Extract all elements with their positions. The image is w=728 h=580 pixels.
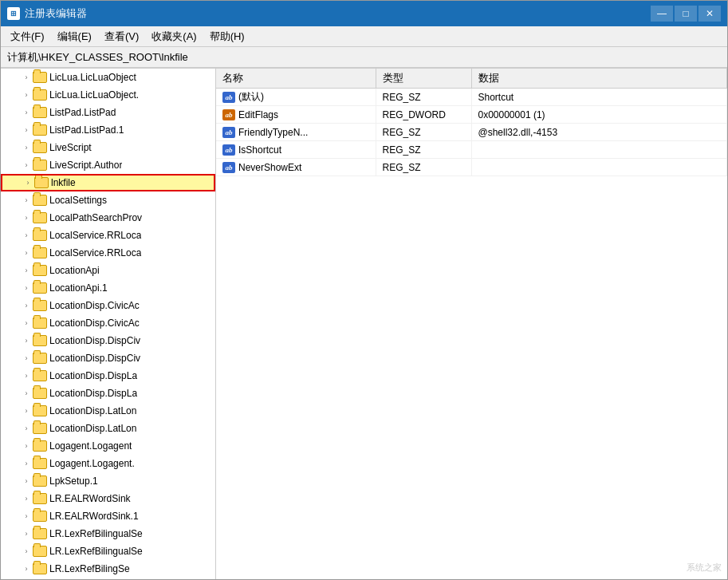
expand-icon-locationdisp-displa2[interactable]: › <box>20 387 33 400</box>
menu-item-favorites[interactable]: 收藏夹(A) <box>145 28 203 45</box>
expand-icon-locationdisp-civic1[interactable]: › <box>20 299 33 312</box>
tree-item-logagent1[interactable]: ›Logagent.Logagent. <box>1 455 215 472</box>
registry-row-friendlytype[interactable]: abFriendlyTypeN...REG_SZ@shell32.dll,-41… <box>216 124 727 141</box>
tree-item-locationdisp-civic2[interactable]: ›LocationDisp.CivicAc <box>1 314 215 332</box>
folder-icon-lr-lexref2 <box>33 546 47 557</box>
main-content: ›LicLua.LicLuaObject›LicLua.LicLuaObject… <box>1 68 727 579</box>
registry-row-default[interactable]: ab(默认)REG_SZShortcut <box>216 89 727 106</box>
expand-icon-logagent[interactable]: › <box>20 440 33 452</box>
tree-item-locationapi[interactable]: ›LocationApi <box>1 262 215 279</box>
expand-icon-liclua-obj2[interactable]: › <box>20 89 33 101</box>
reg-data-nevershowext <box>471 159 727 176</box>
maximize-button[interactable]: □ <box>675 6 697 22</box>
tree-item-lr-lexref1[interactable]: ›LR.LexRefBilingualSe <box>1 525 215 543</box>
reg-data-editflags: 0x00000001 (1) <box>471 106 727 124</box>
tree-item-localservice-rr2[interactable]: ›LocalService.RRLoca <box>1 244 215 262</box>
expand-icon-listpad1[interactable]: › <box>20 124 33 136</box>
tree-item-lr-ealr1[interactable]: ›LR.EALRWordSink.1 <box>1 507 215 525</box>
reg-type-icon-friendlytype: ab <box>222 127 235 138</box>
tree-item-locationdisp-latlon2[interactable]: ›LocationDisp.LatLon <box>1 420 215 437</box>
expand-icon-listpad[interactable]: › <box>20 106 33 119</box>
tree-label-localpathsearch: LocalPathSearchProv <box>49 212 142 223</box>
tree-item-liclua-obj2[interactable]: ›LicLua.LicLuaObject. <box>1 86 215 104</box>
folder-icon-locationapi1 <box>33 282 47 294</box>
menu-item-help[interactable]: 帮助(H) <box>203 28 251 45</box>
expand-icon-locationdisp-civic2[interactable]: › <box>20 317 33 329</box>
folder-icon-locationdisp-civic2 <box>33 318 47 329</box>
expand-icon-locationdisp-dispciv2[interactable]: › <box>20 352 33 365</box>
menu-item-view[interactable]: 查看(V) <box>98 28 145 45</box>
registry-table: 名称 类型 数据 ab(默认)REG_SZShortcutabEditFlags… <box>216 69 727 176</box>
tree-item-lnkfile[interactable]: ›lnkfile <box>1 174 215 191</box>
col-header-name: 名称 <box>216 69 376 89</box>
watermark: 系统之家 <box>687 562 722 574</box>
reg-data-friendlytype: @shell32.dll,-4153 <box>471 124 727 141</box>
menu-item-edit[interactable]: 编辑(E) <box>51 28 98 45</box>
expand-icon-livescriptauthor[interactable]: › <box>20 159 33 172</box>
expand-icon-locationdisp-displa1[interactable]: › <box>20 369 33 382</box>
expand-icon-lr-ealr[interactable]: › <box>20 492 33 505</box>
expand-icon-lnkfile[interactable]: › <box>22 176 34 189</box>
expand-icon-localpathsearch[interactable]: › <box>20 211 33 224</box>
expand-icon-lr-lexrefc[interactable]: › <box>20 562 33 575</box>
tree-item-locationdisp-dispciv1[interactable]: ›LocationDisp.DispCiv <box>1 332 215 349</box>
tree-item-livescript[interactable]: ›LiveScript <box>1 139 215 156</box>
tree-label-locationdisp-displa1: LocationDisp.DispLa <box>49 370 137 381</box>
folder-icon-localsettings <box>33 195 47 206</box>
tree-label-locationdisp-latlon2: LocationDisp.LatLon <box>49 423 136 434</box>
reg-type-icon-default: ab <box>222 92 235 103</box>
reg-type-nevershowext: REG_SZ <box>376 159 471 176</box>
folder-icon-locationdisp-displa2 <box>33 388 47 399</box>
expand-icon-liclua-obj[interactable]: › <box>20 71 33 84</box>
tree-label-lr-lexref2: LR.LexRefBilingualSe <box>49 546 143 557</box>
reg-name-friendlytype: abFriendlyTypeN... <box>216 124 376 141</box>
window-controls: — □ ✕ <box>651 6 721 22</box>
expand-icon-locationapi[interactable]: › <box>20 264 33 277</box>
expand-icon-lr-lexref2[interactable]: › <box>20 545 33 558</box>
tree-item-listpad1[interactable]: ›ListPad.ListPad.1 <box>1 121 215 139</box>
tree-item-logagent[interactable]: ›Logagent.Logagent <box>1 437 215 455</box>
menu-bar: 文件(F)编辑(E)查看(V)收藏夹(A)帮助(H) <box>1 26 727 47</box>
expand-icon-logagent1[interactable]: › <box>20 457 33 470</box>
expand-icon-lr-lexref1[interactable]: › <box>20 527 33 540</box>
tree-item-liclua-obj[interactable]: ›LicLua.LicLuaObject <box>1 69 215 86</box>
expand-icon-lpksetup[interactable]: › <box>20 475 33 487</box>
tree-item-locationdisp-civic1[interactable]: ›LocationDisp.CivicAc <box>1 297 215 314</box>
tree-label-logagent: Logagent.Logagent <box>49 440 132 452</box>
tree-item-localsettings[interactable]: ›LocalSettings <box>1 191 215 209</box>
folder-icon-lr-ealr <box>33 493 47 504</box>
tree-item-locationdisp-displa2[interactable]: ›LocationDisp.DispLa <box>1 385 215 402</box>
registry-row-editflags[interactable]: abEditFlagsREG_DWORD0x00000001 (1) <box>216 106 727 124</box>
minimize-button[interactable]: — <box>651 6 673 22</box>
expand-icon-locationdisp-latlon1[interactable]: › <box>20 404 33 417</box>
tree-item-localpathsearch[interactable]: ›LocalPathSearchProv <box>1 209 215 227</box>
tree-panel[interactable]: ›LicLua.LicLuaObject›LicLua.LicLuaObject… <box>1 69 216 579</box>
tree-item-listpad[interactable]: ›ListPad.ListPad <box>1 104 215 121</box>
tree-item-locationapi1[interactable]: ›LocationApi.1 <box>1 279 215 297</box>
registry-row-nevershowext[interactable]: abNeverShowExtREG_SZ <box>216 159 727 176</box>
expand-icon-locationdisp-latlon2[interactable]: › <box>20 422 33 435</box>
expand-icon-locationdisp-dispciv1[interactable]: › <box>20 334 33 347</box>
tree-item-livescriptauthor[interactable]: ›LiveScript.Author <box>1 156 215 174</box>
expand-icon-localservice-rr1[interactable]: › <box>20 229 33 242</box>
expand-icon-localsettings[interactable]: › <box>20 194 33 207</box>
reg-type-editflags: REG_DWORD <box>376 106 471 124</box>
tree-item-lr-ealr[interactable]: ›LR.EALRWordSink <box>1 490 215 507</box>
expand-icon-livescript[interactable]: › <box>20 141 33 154</box>
registry-row-isshortcut[interactable]: abIsShortcutREG_SZ <box>216 141 727 159</box>
expand-icon-lr-ealr1[interactable]: › <box>20 510 33 523</box>
col-header-data: 数据 <box>471 69 727 89</box>
tree-item-lr-lexrefc[interactable]: ›LR.LexRefBilingSe <box>1 560 215 578</box>
tree-item-lpksetup[interactable]: ›LpkSetup.1 <box>1 472 215 490</box>
tree-item-localservice-rr1[interactable]: ›LocalService.RRLoca <box>1 227 215 244</box>
tree-item-locationdisp-latlon1[interactable]: ›LocationDisp.LatLon <box>1 402 215 420</box>
tree-item-locationdisp-displa1[interactable]: ›LocationDisp.DispLa <box>1 367 215 385</box>
reg-type-icon-editflags: ab <box>222 109 235 120</box>
tree-item-lr-lexref2[interactable]: ›LR.LexRefBilingualSe <box>1 543 215 560</box>
reg-name-editflags: abEditFlags <box>216 106 376 124</box>
tree-item-locationdisp-dispciv2[interactable]: ›LocationDisp.DispCiv <box>1 349 215 367</box>
menu-item-file[interactable]: 文件(F) <box>4 28 51 45</box>
expand-icon-localservice-rr2[interactable]: › <box>20 247 33 259</box>
expand-icon-locationapi1[interactable]: › <box>20 282 33 294</box>
close-button[interactable]: ✕ <box>698 6 721 22</box>
